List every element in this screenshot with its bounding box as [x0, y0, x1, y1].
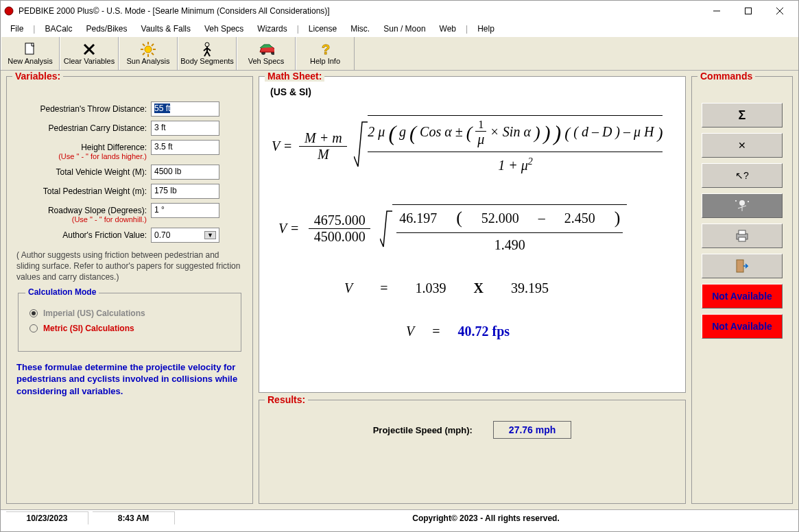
carry-distance-label: Pedestrian Carry Distance: [14, 121, 151, 133]
results-panel: Results: Projectile Speed (mph): 27.76 m… [259, 400, 686, 504]
menu-separator: | [32, 24, 36, 34]
svg-point-30 [748, 201, 749, 202]
menu-separator: | [296, 24, 300, 34]
calculation-mode-box: Calculation Mode Imperial (US) Calculati… [18, 293, 241, 352]
tool-label: Sun Analysis [127, 57, 170, 65]
command-not-available-1[interactable]: Not Available [702, 284, 783, 309]
command-whatsthis-button[interactable]: ↖? [702, 163, 783, 188]
help-icon: ? [317, 42, 333, 57]
variables-title: Variables: [12, 71, 63, 82]
app-icon [3, 5, 14, 16]
slope-input[interactable]: 1 ° [151, 203, 219, 218]
radio-icon [29, 309, 38, 317]
math-sheet-title: Math Sheet: [265, 71, 324, 82]
svg-rect-33 [739, 237, 746, 241]
tool-label: Clear Variables [64, 57, 115, 65]
radio-metric[interactable]: Metric (SI) Calculations [29, 324, 230, 333]
formula-result: V= 40.72 fps [406, 324, 676, 339]
results-title: Results: [265, 394, 308, 405]
tool-help-info[interactable]: ? Help Info [296, 37, 355, 70]
svg-line-16 [143, 53, 145, 55]
tool-label: Veh Specs [248, 57, 285, 65]
command-print-button[interactable] [702, 223, 783, 248]
svg-point-8 [145, 46, 152, 53]
menu-license[interactable]: License [303, 23, 342, 35]
command-sigma-button[interactable]: Σ [702, 103, 783, 128]
math-sheet-panel: Math Sheet: (US & SI) V = M + m M [259, 76, 686, 393]
formula-symbolic: V = M + m M 2 μ ( g ( Cos α ± ( [272, 115, 676, 177]
menu-file[interactable]: File [5, 23, 29, 35]
calculation-mode-title: Calculation Mode [25, 287, 99, 297]
svg-line-21 [204, 51, 207, 56]
friction-select[interactable]: 0.70 ▼ [151, 228, 219, 243]
radio-icon [29, 324, 38, 332]
command-times-button[interactable]: ✕ [702, 133, 783, 158]
tool-clear-variables[interactable]: Clear Variables [60, 37, 119, 70]
svg-line-13 [143, 44, 145, 46]
door-exit-icon [736, 259, 748, 273]
tool-sun-analysis[interactable]: Sun Analysis [119, 37, 178, 70]
body-segments-icon [199, 42, 215, 57]
friction-note: ( Author suggests using friction between… [16, 250, 243, 283]
svg-point-26 [739, 200, 745, 206]
menu-web[interactable]: Web [434, 23, 462, 35]
dropdown-arrow-icon: ▼ [204, 231, 216, 239]
svg-rect-5 [25, 43, 34, 54]
formula-numeric: V = 4675.000 4500.000 46.197 ( 52.000 [278, 204, 676, 253]
menu-bacalc[interactable]: BACalc [39, 23, 77, 35]
svg-rect-2 [746, 8, 752, 14]
wizard-icon [732, 197, 752, 214]
radio-imperial[interactable]: Imperial (US) Calculations [29, 309, 230, 318]
height-diff-input[interactable]: 3.5 ft [151, 140, 219, 155]
height-diff-sublabel: (Use " - " for lands higher.) [14, 152, 147, 160]
tool-veh-specs[interactable]: Veh Specs [237, 37, 296, 70]
sun-icon [140, 42, 156, 57]
sigma-icon: Σ [739, 108, 746, 123]
commands-title: Commands [697, 71, 755, 82]
window-maximize-button[interactable] [732, 1, 764, 21]
window-title: PEDBIKE 2000 Plus© - U.S. Mode - [Searle… [19, 6, 701, 16]
menu-bar: File | BACalc Peds/Bikes Vaults & Falls … [1, 21, 798, 36]
tool-label: Body Segments [180, 57, 234, 65]
menu-sun-moon[interactable]: Sun / Moon [378, 23, 431, 35]
svg-rect-32 [739, 230, 746, 234]
svg-line-22 [207, 51, 210, 56]
menu-wizards[interactable]: Wizards [252, 23, 292, 35]
slope-sublabel: (Use " - " for downhill.) [14, 215, 147, 223]
pedestrian-weight-input[interactable]: 175 lb [151, 184, 219, 199]
clear-variables-icon [81, 42, 97, 57]
status-bar: 10/23/2023 8:43 AM Copyright© 2023 - All… [1, 509, 798, 526]
height-diff-label: Height Difference: (Use " - " for lands … [14, 140, 151, 160]
menu-peds-bikes[interactable]: Peds/Bikes [80, 23, 132, 35]
client-area: Variables: Pedestrian's Throw Distance: … [1, 71, 798, 509]
friction-label: Author's Friction Value: [14, 228, 151, 240]
svg-line-14 [152, 53, 154, 55]
tool-body-segments[interactable]: Body Segments [178, 37, 237, 70]
command-wizard-button[interactable] [702, 193, 783, 218]
menu-separator: | [464, 24, 469, 34]
menu-vaults-falls[interactable]: Vaults & Falls [136, 23, 196, 35]
new-analysis-icon [22, 42, 38, 57]
pedestrian-weight-label: Total Pedestrian Weight (m): [14, 184, 151, 196]
svg-point-0 [5, 7, 13, 15]
vehicle-weight-input[interactable]: 4500 lb [151, 165, 219, 180]
svg-point-29 [735, 200, 737, 202]
menu-veh-specs[interactable]: Veh Specs [199, 23, 249, 35]
window-close-button[interactable] [764, 1, 796, 21]
throw-distance-input[interactable]: 55 ft [151, 101, 219, 117]
center-column: Math Sheet: (US & SI) V = M + m M [259, 76, 686, 504]
tool-new-analysis[interactable]: New Analysis [1, 37, 60, 70]
radio-label: Metric (SI) Calculations [43, 324, 134, 333]
formula-product: V= 1.039 X 39.195 [344, 280, 676, 296]
tool-label: Help Info [310, 57, 340, 65]
carry-distance-input[interactable]: 3 ft [151, 121, 219, 136]
window-titlebar: PEDBIKE 2000 Plus© - U.S. Mode - [Searle… [1, 1, 798, 21]
status-time: 8:43 AM [93, 511, 175, 524]
toolbar: New Analysis Clear Variables Sun Analysi… [1, 36, 798, 71]
menu-misc[interactable]: Misc. [345, 23, 375, 35]
command-exit-button[interactable] [702, 254, 783, 278]
menu-help[interactable]: Help [472, 23, 500, 35]
command-not-available-2[interactable]: Not Available [702, 314, 783, 339]
radio-label: Imperial (US) Calculations [43, 309, 145, 318]
window-minimize-button[interactable] [701, 1, 732, 21]
